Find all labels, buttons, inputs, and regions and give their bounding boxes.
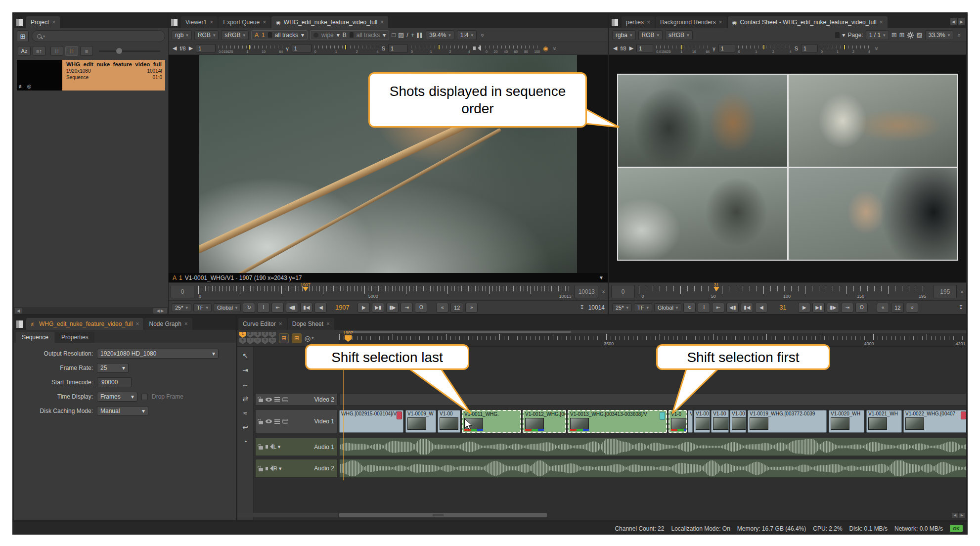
skip-forward-button[interactable]: ▶▮	[372, 303, 384, 313]
channel-select[interactable]: rgba▾	[612, 30, 636, 40]
sort-order-button[interactable]: ≡↑	[33, 46, 45, 56]
close-icon[interactable]: ×	[52, 19, 55, 26]
goto-end-button[interactable]: ⇥	[401, 303, 413, 313]
input-a-label[interactable]: A	[255, 32, 259, 39]
gamma-input[interactable]: 1	[718, 44, 735, 52]
goto-start-button[interactable]: ⇤	[712, 303, 724, 313]
more-options-icon[interactable]: »	[959, 290, 966, 293]
set-in-button[interactable]: I	[257, 303, 269, 313]
track-header-audio2[interactable]: R ▾ Audio 2	[255, 459, 338, 478]
time-display-select[interactable]: Frames▾	[97, 392, 137, 402]
razor-tool-icon[interactable]: ≈	[243, 409, 247, 417]
close-icon[interactable]: ×	[380, 19, 384, 26]
fstop-label[interactable]: f/8	[179, 46, 185, 51]
timecode-format-select[interactable]: TF▾	[193, 303, 212, 312]
gain-slider[interactable]: 0.01562511064	[219, 45, 283, 52]
lut-select[interactable]: sRGB▾	[665, 30, 693, 40]
saturation-slider[interactable]: 0124	[821, 45, 870, 52]
close-icon[interactable]: ×	[719, 19, 722, 26]
volume-icon[interactable]	[473, 46, 476, 50]
channel-select[interactable]: R ▾	[273, 465, 282, 472]
fps-select[interactable]: 25*▾	[612, 303, 632, 312]
scroll-right-icon[interactable]: ▶	[959, 513, 965, 518]
prev-edit-button[interactable]: ◀▮	[726, 303, 739, 313]
saturation-slider[interactable]: 0124	[411, 45, 470, 52]
play-button[interactable]: ▶	[357, 303, 370, 313]
export-icon[interactable]: ↧	[959, 304, 963, 311]
move-tool-icon[interactable]: ⇥	[242, 366, 248, 374]
tab-export-queue[interactable]: Export Queue×	[219, 16, 270, 28]
tab-curve-editor[interactable]: Curve Editor×	[238, 318, 287, 330]
tab-scroll-right-icon[interactable]: ▶	[958, 18, 965, 26]
format-overlay-icon[interactable]: □	[392, 31, 396, 39]
more-options-icon[interactable]: »	[956, 33, 963, 37]
channel-select[interactable]: L ▾	[273, 444, 280, 450]
more-options-icon[interactable]: »	[601, 290, 608, 293]
gamma-slider[interactable]: 0124	[314, 45, 379, 52]
marker-button-3[interactable]: 3	[254, 332, 261, 338]
tab-sequence[interactable]: ≢ WHG_edit_nuke_feature_video_full ×	[26, 318, 143, 330]
speaker-icon[interactable]	[266, 467, 268, 470]
range-mode-select[interactable]: Global▾	[214, 303, 241, 312]
close-icon[interactable]: ×	[326, 320, 330, 327]
track-header-video1[interactable]: Video 1	[255, 410, 338, 433]
output-resolution-select[interactable]: 1920x1080 HD_1080▾	[97, 349, 219, 359]
prev-icon[interactable]: ◀	[173, 45, 177, 51]
more-options-icon[interactable]: »	[873, 46, 880, 50]
layers-icon[interactable]	[274, 397, 280, 402]
marker-button-6[interactable]: 6	[239, 338, 246, 344]
input-b-label[interactable]: B	[343, 32, 347, 39]
zoom-select[interactable]: 39.4%▾	[426, 30, 454, 40]
lut-select[interactable]: sRGB▾	[221, 30, 249, 40]
step-back-button[interactable]: ◀	[755, 303, 767, 313]
gamma-slider[interactable]: 0124	[738, 45, 792, 52]
channel-select[interactable]: rgb▾	[172, 30, 192, 40]
contact-sheet-canvas[interactable]	[609, 55, 966, 282]
fps-select[interactable]: 25*▾	[172, 303, 191, 312]
lock-icon[interactable]	[259, 446, 263, 450]
clip-tag-red[interactable]	[397, 411, 402, 419]
step-back-button[interactable]: ◀	[314, 303, 327, 313]
mask-overlay-icon[interactable]: ▨	[916, 31, 922, 39]
page-select[interactable]: 1 / 1▾	[866, 30, 889, 40]
gear-icon[interactable]	[907, 32, 914, 39]
timecode-format-select[interactable]: TF▾	[634, 303, 652, 312]
fit-grid-icon[interactable]: ⊞	[891, 31, 897, 39]
saturation-input[interactable]: 1	[801, 44, 818, 52]
fstop-label[interactable]: f/8	[620, 46, 626, 51]
clip-tag-red[interactable]	[961, 411, 966, 419]
range-in-box[interactable]: 0	[611, 285, 635, 298]
layout-grid-icon[interactable]: ⊞	[899, 31, 905, 39]
jump-forward-button[interactable]: »	[906, 303, 918, 313]
roll-tool-icon[interactable]: ↩	[242, 423, 248, 431]
volume-slider[interactable]: 020406080100	[486, 45, 540, 52]
close-icon[interactable]: ×	[135, 320, 139, 327]
frame-increment-input[interactable]: 12	[450, 303, 463, 313]
scrollbar-thumb[interactable]	[339, 513, 547, 517]
trim-tool-icon[interactable]: ↔	[242, 380, 249, 388]
frame-rate-select[interactable]: 25▾	[97, 363, 129, 373]
timeline-playhead[interactable]: 1907	[343, 331, 353, 342]
input-a-lock-icon[interactable]	[268, 32, 272, 38]
eye-icon[interactable]	[266, 398, 272, 402]
tab-viewer-sequence[interactable]: ◉WHG_edit_nuke_feature_video_full×	[271, 16, 388, 28]
current-frame-display[interactable]: 31	[769, 304, 796, 311]
panel-grip-icon[interactable]	[16, 19, 23, 26]
more-options-icon[interactable]: »	[551, 46, 558, 50]
proxy-select[interactable]: 1:4▾	[457, 30, 477, 40]
tab-contact-sheet[interactable]: ◉Contact Sheet - WHG_edit_nuke_feature_v…	[728, 16, 888, 28]
frame-increment-input[interactable]: 12	[891, 303, 904, 313]
more-options-icon[interactable]: »	[479, 33, 486, 37]
tab-node-graph[interactable]: Node Graph×	[144, 318, 192, 330]
tracks-b-select[interactable]: all tracks	[356, 32, 380, 39]
contact-sheet-shot-2[interactable]	[789, 75, 958, 167]
next-icon[interactable]: ▶	[189, 45, 193, 51]
search-filter-dropdown-icon[interactable]: ▾	[43, 34, 45, 39]
jump-forward-button[interactable]: »	[465, 303, 478, 313]
timeline-view-grid-button[interactable]: ⊞	[279, 333, 289, 343]
timeline-clip[interactable]: V1-0019_WHG.[003772-0039	[748, 410, 827, 433]
tab-properties[interactable]: perties×	[622, 16, 655, 28]
close-icon[interactable]: ×	[880, 19, 883, 26]
wipe-toggle-icon[interactable]	[313, 33, 318, 38]
close-icon[interactable]: ×	[263, 19, 266, 26]
